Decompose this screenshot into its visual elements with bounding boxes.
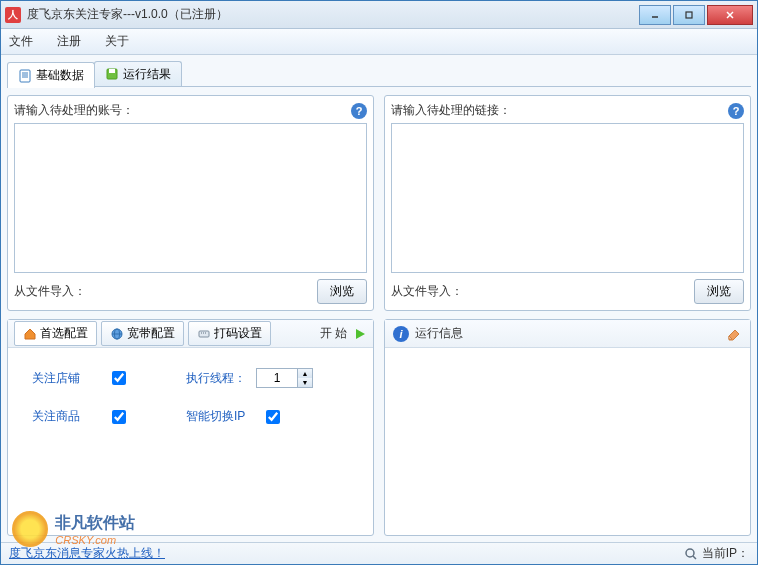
minimize-button[interactable] <box>639 5 671 25</box>
svg-rect-1 <box>686 12 692 18</box>
runtime-title: 运行信息 <box>415 325 726 342</box>
config-panel: 首选配置 宽带配置 打码设置 开 始 关注店 <box>7 319 374 536</box>
tab-basic-data-label: 基础数据 <box>36 67 84 84</box>
globe-icon <box>110 327 124 341</box>
statusbar: 度飞京东消息专家火热上线！ 当前IP： <box>1 542 757 564</box>
link-textarea[interactable] <box>391 123 744 273</box>
runtime-body <box>385 348 750 535</box>
help-icon[interactable]: ? <box>728 103 744 119</box>
follow-goods-checkbox[interactable] <box>112 410 126 424</box>
follow-goods-label: 关注商品 <box>32 408 102 425</box>
content-area: 基础数据 运行结果 请输入待处理的账号： ? 从文件导入： 浏览 <box>1 55 757 542</box>
home-icon <box>23 327 37 341</box>
link-input-block: 请输入待处理的链接： ? 从文件导入： 浏览 <box>384 95 751 311</box>
runtime-panel: i 运行信息 <box>384 319 751 536</box>
tab-broadband-config[interactable]: 宽带配置 <box>101 321 184 346</box>
maximize-button[interactable] <box>673 5 705 25</box>
current-ip-label: 当前IP： <box>702 545 749 562</box>
titlebar: 人 度飞京东关注专家---v1.0.0（已注册） <box>1 1 757 29</box>
svg-line-18 <box>693 556 696 559</box>
tab-captcha-config[interactable]: 打码设置 <box>188 321 271 346</box>
config-body: 关注店铺 执行线程： ▲ ▼ 关注商品 <box>8 348 373 535</box>
smart-ip-checkbox[interactable] <box>266 410 280 424</box>
start-label: 开 始 <box>320 325 347 342</box>
link-browse-button[interactable]: 浏览 <box>694 279 744 304</box>
info-icon: i <box>393 326 409 342</box>
tab-basic-data[interactable]: 基础数据 <box>7 62 95 88</box>
follow-shop-checkbox[interactable] <box>112 371 126 385</box>
follow-shop-label: 关注店铺 <box>32 370 102 387</box>
svg-rect-13 <box>199 331 209 337</box>
eraser-icon[interactable] <box>726 327 742 341</box>
tab-run-result[interactable]: 运行结果 <box>94 61 182 86</box>
svg-point-17 <box>686 549 694 557</box>
play-icon[interactable] <box>353 327 367 341</box>
keyboard-icon <box>197 327 211 341</box>
menubar: 文件 注册 关于 <box>1 29 757 55</box>
svg-rect-4 <box>20 70 30 82</box>
lower-row: 首选配置 宽带配置 打码设置 开 始 关注店 <box>7 319 751 536</box>
spinner-up[interactable]: ▲ <box>298 369 312 378</box>
threads-input[interactable] <box>257 369 297 387</box>
top-tabs: 基础数据 运行结果 <box>7 61 751 87</box>
input-row: 请输入待处理的账号： ? 从文件导入： 浏览 请输入待处理的链接： ? 从文件导… <box>7 95 751 311</box>
menu-file[interactable]: 文件 <box>9 33 33 50</box>
window-title: 度飞京东关注专家---v1.0.0（已注册） <box>27 6 637 23</box>
document-icon <box>18 69 32 83</box>
account-label: 请输入待处理的账号： <box>14 102 351 119</box>
help-icon[interactable]: ? <box>351 103 367 119</box>
disk-icon <box>105 67 119 81</box>
menu-register[interactable]: 注册 <box>57 33 81 50</box>
app-window: 人 度飞京东关注专家---v1.0.0（已注册） 文件 注册 关于 基础数据 运… <box>0 0 758 565</box>
tab-pref-config[interactable]: 首选配置 <box>14 321 97 346</box>
config-tabs: 首选配置 宽带配置 打码设置 开 始 <box>8 320 373 348</box>
tab-run-result-label: 运行结果 <box>123 66 171 83</box>
menu-about[interactable]: 关于 <box>105 33 129 50</box>
link-import-label: 从文件导入： <box>391 283 694 300</box>
account-import-label: 从文件导入： <box>14 283 317 300</box>
svg-rect-9 <box>109 69 115 73</box>
close-button[interactable] <box>707 5 753 25</box>
status-link[interactable]: 度飞京东消息专家火热上线！ <box>9 545 165 562</box>
app-icon: 人 <box>5 7 21 23</box>
account-input-block: 请输入待处理的账号： ? 从文件导入： 浏览 <box>7 95 374 311</box>
account-browse-button[interactable]: 浏览 <box>317 279 367 304</box>
threads-label: 执行线程： <box>186 370 256 387</box>
threads-spinner[interactable]: ▲ ▼ <box>256 368 313 388</box>
window-controls <box>637 5 753 25</box>
account-textarea[interactable] <box>14 123 367 273</box>
link-label: 请输入待处理的链接： <box>391 102 728 119</box>
search-icon <box>684 547 698 561</box>
spinner-down[interactable]: ▼ <box>298 378 312 387</box>
smart-ip-label: 智能切换IP <box>186 408 256 425</box>
